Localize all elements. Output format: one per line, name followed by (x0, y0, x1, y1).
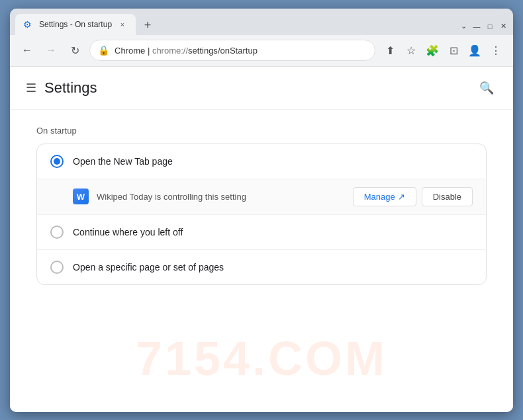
tab-strip: ⚙ Settings - On startup × + (15, 14, 459, 35)
options-card: Open the New Tab page W Wikiped Today is… (36, 144, 487, 285)
tab-close-button[interactable]: × (117, 19, 128, 30)
address-text: Chrome | chrome://settings/onStartup (115, 46, 258, 56)
sidebar-button[interactable]: ⊡ (444, 41, 463, 60)
option-specific-page[interactable]: Open a specific page or set of pages (37, 250, 486, 284)
disable-button[interactable]: Disable (422, 187, 473, 206)
tab-title: Settings - On startup (39, 20, 112, 29)
title-bar: ⚙ Settings - On startup × + ⌄ — □ ✕ (10, 9, 513, 35)
refresh-button[interactable]: ↻ (66, 41, 84, 60)
tab-favicon: ⚙ (23, 19, 34, 30)
active-tab[interactable]: ⚙ Settings - On startup × (15, 14, 136, 35)
settings-body: On startup Open the New Tab page W (10, 110, 513, 301)
url-suffix: /onStartup (218, 46, 258, 56)
section-label: On startup (36, 126, 487, 136)
settings-header: ☰ Settings 🔍 (10, 67, 513, 110)
url-prefix: chrome:// (152, 46, 188, 56)
lock-icon: 🔒 (98, 45, 109, 56)
profile-button[interactable]: 👤 (465, 41, 484, 60)
content-area: ☰ Settings 🔍 On startup Open the New Tab… (10, 67, 513, 412)
maximize-button[interactable]: □ (485, 22, 495, 31)
nav-action-buttons: ⬆ ☆ 🧩 ⊡ 👤 ⋮ (381, 41, 505, 60)
browser-window: ⚙ Settings - On startup × + ⌄ — □ ✕ ← → … (10, 9, 513, 412)
manage-button[interactable]: Manage ↗ (353, 187, 416, 206)
more-button[interactable]: ⋮ (487, 41, 505, 60)
settings-title-area: ☰ Settings (26, 79, 97, 97)
bookmark-button[interactable]: ☆ (402, 41, 420, 60)
external-link-icon: ↗ (398, 192, 405, 202)
extension-icon-letter: W (77, 192, 85, 202)
extensions-button[interactable]: 🧩 (423, 41, 442, 60)
chevron-icon[interactable]: ⌄ (459, 22, 468, 31)
url-path: settings (188, 46, 218, 56)
minimize-button[interactable]: — (472, 22, 481, 31)
address-separator: | (148, 46, 152, 56)
share-button[interactable]: ⬆ (381, 41, 399, 60)
hamburger-icon[interactable]: ☰ (26, 81, 36, 95)
option-new-tab-label: Open the New Tab page (73, 156, 473, 167)
new-tab-button[interactable]: + (138, 17, 157, 35)
radio-continue[interactable] (50, 226, 64, 239)
extension-text: Wikiped Today is controlling this settin… (97, 192, 353, 202)
address-bar[interactable]: 🔒 Chrome | chrome://settings/onStartup (89, 40, 375, 61)
extension-icon: W (73, 189, 89, 204)
close-button[interactable]: ✕ (499, 22, 508, 31)
radio-new-tab-fill (54, 158, 60, 165)
option-new-tab[interactable]: Open the New Tab page (37, 144, 486, 179)
option-continue-label: Continue where you left off (73, 227, 473, 237)
page-title: Settings (44, 79, 97, 97)
option-specific-page-label: Open a specific page or set of pages (73, 262, 473, 273)
radio-new-tab[interactable] (50, 155, 64, 168)
content-wrapper: ☰ Settings 🔍 On startup Open the New Tab… (10, 67, 513, 412)
back-button[interactable]: ← (18, 41, 36, 60)
navigation-bar: ← → ↻ 🔒 Chrome | chrome://settings/onSta… (10, 35, 513, 67)
search-button[interactable]: 🔍 (476, 77, 497, 99)
option-continue[interactable]: Continue where you left off (37, 215, 486, 250)
window-controls: ⌄ — □ ✕ (459, 22, 508, 35)
radio-specific-page[interactable] (50, 261, 64, 274)
brand-name: Chrome (115, 46, 145, 56)
extension-row: W Wikiped Today is controlling this sett… (37, 179, 486, 215)
forward-button[interactable]: → (42, 41, 60, 60)
manage-button-label: Manage (364, 192, 395, 202)
